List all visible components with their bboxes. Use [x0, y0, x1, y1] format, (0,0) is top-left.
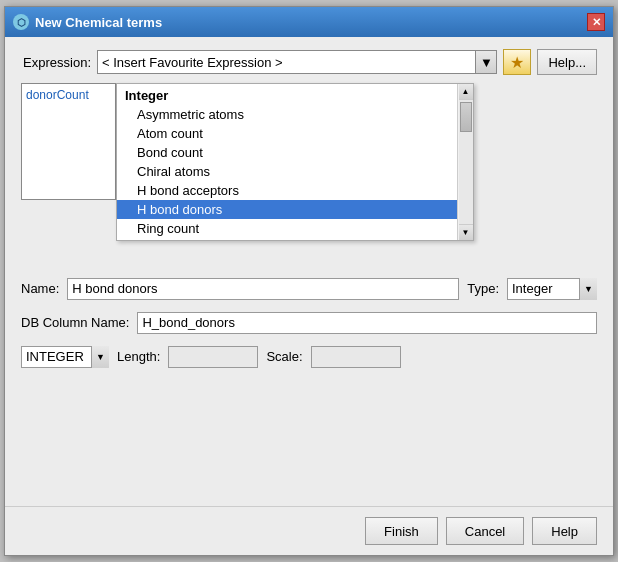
main-area: donorCount Integer Asymmetric atoms Atom…: [21, 83, 597, 200]
dropdown-item-atom-count[interactable]: Atom count: [117, 124, 457, 143]
options-row: INTEGER FLOAT VARCHAR ▼ Length: Scale:: [21, 344, 597, 370]
scroll-up-button[interactable]: ▲: [459, 84, 473, 100]
dialog-body: Expression: < Insert Favourite Expressio…: [5, 37, 613, 506]
dropdown-item-ring-count[interactable]: Ring count: [117, 219, 457, 238]
dialog-title: New Chemical terms: [35, 15, 162, 30]
dropdown-item-asymmetric-atoms[interactable]: Asymmetric atoms: [117, 105, 457, 124]
help-button[interactable]: Help...: [537, 49, 597, 75]
type-select-wrapper: Integer Float String ▼: [507, 278, 597, 300]
dialog: ⬡ New Chemical terms ✕ Expression: < Ins…: [4, 6, 614, 556]
name-input[interactable]: [67, 278, 459, 300]
app-icon: ⬡: [13, 14, 29, 30]
bottom-spacer: [21, 378, 597, 495]
name-label: Name:: [21, 281, 59, 296]
dropdown-item-h-bond-acceptors[interactable]: H bond acceptors: [117, 181, 457, 200]
db-column-label: DB Column Name:: [21, 315, 129, 330]
data-type-select[interactable]: INTEGER FLOAT VARCHAR: [21, 346, 109, 368]
data-type-wrapper: INTEGER FLOAT VARCHAR ▼: [21, 346, 109, 368]
expression-text-area[interactable]: donorCount: [21, 83, 116, 200]
cancel-button[interactable]: Cancel: [446, 517, 524, 545]
length-input[interactable]: [168, 346, 258, 368]
type-select[interactable]: Integer Float String: [507, 278, 597, 300]
db-column-input[interactable]: [137, 312, 597, 334]
scroll-down-button[interactable]: ▼: [459, 224, 473, 240]
title-bar: ⬡ New Chemical terms ✕: [5, 7, 613, 37]
scale-label: Scale:: [266, 349, 302, 364]
expression-text-content: donorCount: [26, 88, 111, 102]
dialog-footer: Finish Cancel Help: [5, 506, 613, 555]
dropdown-scrollbar: ▲ ▼: [457, 84, 473, 240]
star-button[interactable]: ★: [503, 49, 531, 75]
db-column-row: DB Column Name:: [21, 310, 597, 336]
scroll-track: [459, 100, 473, 224]
dropdown-group-integer: Integer: [117, 86, 457, 105]
type-label: Type:: [467, 281, 499, 296]
name-type-row: Name: Type: Integer Float String ▼: [21, 276, 597, 302]
expression-label: Expression:: [21, 55, 91, 70]
close-button[interactable]: ✕: [587, 13, 605, 31]
expression-dropdown-list: Integer Asymmetric atoms Atom count Bond…: [116, 83, 474, 241]
dropdown-items-container: Integer Asymmetric atoms Atom count Bond…: [117, 84, 457, 240]
expression-select-wrapper: < Insert Favourite Expression > ▼: [97, 50, 497, 74]
dropdown-item-chiral-atoms[interactable]: Chiral atoms: [117, 162, 457, 181]
dropdown-item-bond-count[interactable]: Bond count: [117, 143, 457, 162]
scroll-thumb[interactable]: [460, 102, 472, 132]
title-bar-left: ⬡ New Chemical terms: [13, 14, 162, 30]
length-label: Length:: [117, 349, 160, 364]
expression-dropdown[interactable]: < Insert Favourite Expression >: [97, 50, 497, 74]
dropdown-item-h-bond-donors[interactable]: H bond donors: [117, 200, 457, 219]
finish-button[interactable]: Finish: [365, 517, 438, 545]
footer-help-button[interactable]: Help: [532, 517, 597, 545]
scale-input[interactable]: [311, 346, 401, 368]
expression-row: Expression: < Insert Favourite Expressio…: [21, 49, 597, 75]
